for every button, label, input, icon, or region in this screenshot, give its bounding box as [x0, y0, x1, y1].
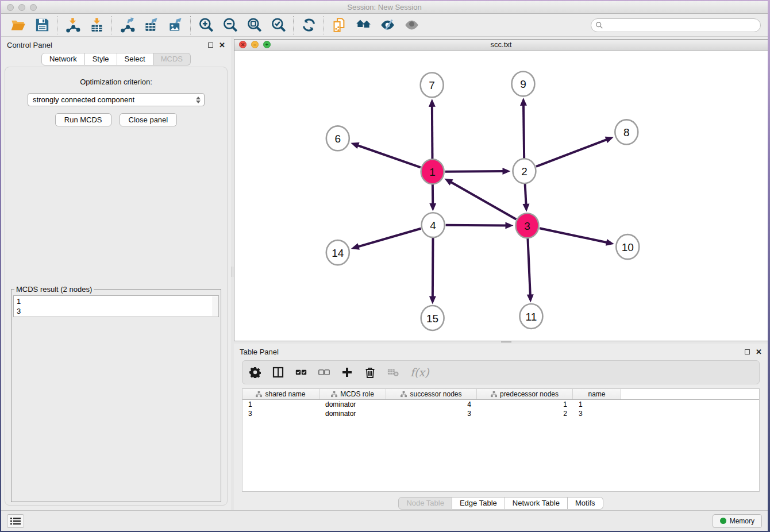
run-mcds-button[interactable]: Run MCDS: [55, 113, 111, 126]
graph-node-8[interactable]: 8: [615, 119, 638, 144]
column-chooser-button[interactable]: [272, 367, 284, 378]
edge-1-7[interactable]: [432, 105, 433, 159]
table-cell[interactable]: 4: [386, 400, 477, 408]
node-table[interactable]: shared nameMCDS rolesuccessor nodesprede…: [242, 388, 760, 492]
edge-3-10[interactable]: [540, 228, 607, 242]
network-graph[interactable]: 1234678910111415: [234, 51, 768, 341]
zoom-selected-button[interactable]: [266, 16, 290, 35]
zoom-fit-button[interactable]: [242, 16, 266, 35]
copy-network-view-button[interactable]: [327, 16, 351, 35]
tab-network-table[interactable]: Network Table: [505, 497, 568, 510]
tab-network[interactable]: Network: [41, 53, 85, 65]
columns-icon: [272, 367, 284, 378]
tab-motifs[interactable]: Motifs: [568, 497, 603, 510]
graph-node-11[interactable]: 11: [519, 304, 542, 329]
import-table-button[interactable]: [84, 16, 109, 35]
table-cell[interactable]: 2: [477, 410, 573, 418]
table-cell[interactable]: 3: [386, 410, 477, 418]
show-graphics-details-button[interactable]: [399, 16, 424, 35]
graph-node-7[interactable]: 7: [421, 72, 444, 97]
table-cell[interactable]: 1: [477, 400, 573, 408]
table-row[interactable]: 1dominator411: [242, 400, 759, 409]
control-panel: Control Panel ✕ NetworkStyleSelectMCDS O…: [1, 37, 231, 510]
home-view-button[interactable]: [351, 16, 375, 35]
panel-splitter-horizontal[interactable]: [234, 341, 768, 344]
table-cell[interactable]: dominator: [319, 410, 386, 418]
graph-node-6[interactable]: 6: [326, 126, 349, 151]
close-panel-button[interactable]: Close panel: [120, 113, 178, 126]
column-header-name[interactable]: name: [573, 389, 621, 399]
task-history-button[interactable]: [7, 514, 24, 528]
edge-1-2[interactable]: [445, 171, 504, 172]
arrowhead-icon: [520, 97, 527, 105]
column-header-successor-nodes[interactable]: successor nodes: [386, 389, 477, 399]
import-network-button[interactable]: [60, 16, 84, 35]
save-session-button[interactable]: [30, 16, 54, 35]
tab-style[interactable]: Style: [85, 53, 117, 65]
edge-2-8[interactable]: [536, 139, 607, 166]
graph-node-2[interactable]: 2: [513, 159, 536, 183]
graph-node-3[interactable]: 3: [515, 213, 538, 238]
search-input[interactable]: [591, 18, 761, 32]
edge-3-11[interactable]: [528, 238, 530, 295]
edge-4-3[interactable]: [446, 225, 507, 225]
graph-node-9[interactable]: 9: [511, 71, 534, 96]
memory-button[interactable]: Memory: [713, 514, 762, 528]
float-panel-icon[interactable]: [745, 349, 750, 354]
zoom-out-button[interactable]: [218, 16, 242, 35]
table-cell[interactable]: dominator: [319, 400, 386, 408]
network-maximize-icon[interactable]: +: [263, 41, 271, 48]
node-label: 15: [426, 313, 438, 325]
graph-node-14[interactable]: 14: [326, 240, 349, 265]
zoom-in-button[interactable]: [194, 16, 218, 35]
node-label: 11: [526, 311, 537, 323]
column-header-shared-name[interactable]: shared name: [242, 389, 319, 399]
tab-node-table[interactable]: Node Table: [398, 497, 452, 510]
graph-node-1[interactable]: 1: [421, 159, 444, 184]
edge-4-14[interactable]: [357, 228, 421, 246]
unselect-all-columns-button[interactable]: [318, 367, 330, 378]
open-session-button[interactable]: [6, 16, 30, 35]
column-header-MCDS-role[interactable]: MCDS role: [319, 389, 386, 399]
network-canvas[interactable]: 1234678910111415: [234, 51, 768, 341]
result-scrollbar[interactable]: [213, 296, 218, 316]
edge-2-9[interactable]: [523, 104, 524, 158]
graph-node-4[interactable]: 4: [422, 213, 445, 237]
float-panel-icon[interactable]: [208, 43, 213, 48]
delete-column-button[interactable]: [364, 367, 376, 378]
create-column-button[interactable]: [341, 367, 353, 378]
network-close-icon[interactable]: ✕: [239, 41, 247, 48]
optimization-criterion-select[interactable]: strongly connected component: [28, 93, 205, 106]
edge-4-15[interactable]: [433, 237, 433, 297]
hide-graphics-details-button[interactable]: [375, 16, 399, 35]
close-panel-icon[interactable]: ✕: [219, 41, 225, 49]
panel-splitter-vertical[interactable]: [231, 37, 234, 510]
table-cell[interactable]: 3: [573, 410, 621, 418]
refresh-view-button[interactable]: [297, 16, 321, 35]
function-builder-button-disabled: f(x): [410, 366, 429, 379]
edge-1-6[interactable]: [357, 145, 421, 167]
plus-icon: [341, 367, 353, 378]
network-minimize-icon[interactable]: −: [251, 41, 259, 48]
table-cell[interactable]: 1: [573, 400, 621, 408]
close-panel-icon[interactable]: ✕: [756, 348, 762, 356]
export-network-button[interactable]: [115, 16, 139, 35]
graph-node-15[interactable]: 15: [421, 306, 444, 330]
mcds-result-textarea[interactable]: 13: [13, 295, 219, 317]
column-header-predecessor-nodes[interactable]: predecessor nodes: [477, 389, 573, 399]
export-image-button[interactable]: [163, 16, 187, 35]
export-table-button[interactable]: [139, 16, 163, 35]
table-cell[interactable]: 3: [242, 410, 319, 418]
tab-edge-table[interactable]: Edge Table: [452, 497, 505, 510]
edge-3-1[interactable]: [451, 182, 516, 219]
search-area: [591, 18, 761, 32]
select-all-columns-button[interactable]: [295, 367, 307, 378]
table-settings-button[interactable]: [249, 367, 261, 378]
table-row[interactable]: 3dominator323: [242, 409, 759, 418]
tab-mcds[interactable]: MCDS: [153, 53, 191, 65]
tab-select[interactable]: Select: [117, 53, 153, 65]
graph-node-10[interactable]: 10: [616, 234, 639, 259]
table-cell[interactable]: 1: [242, 400, 319, 408]
node-label: 8: [623, 126, 630, 138]
edge-2-3[interactable]: [525, 183, 526, 205]
